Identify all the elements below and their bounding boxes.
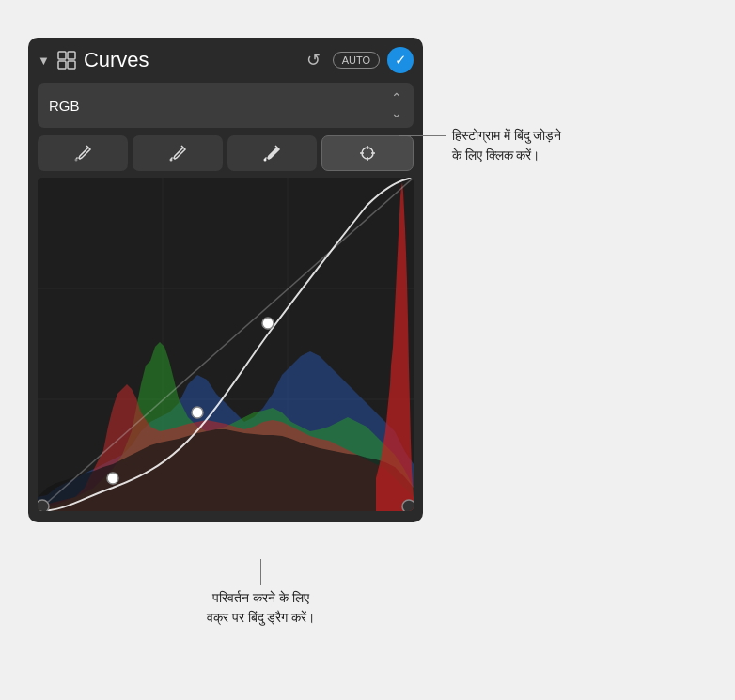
auto-button[interactable]: AUTO bbox=[333, 52, 380, 69]
top-annotation: हिस्टोग्राम में बिंदु जोड़नेके लिए क्लिक… bbox=[399, 127, 561, 166]
crosshair-icon bbox=[357, 143, 378, 163]
panel-header: ▼ Curves ↺ AUTO ✓ bbox=[38, 47, 414, 73]
light-eyedropper-button[interactable] bbox=[227, 135, 318, 171]
light-eyedropper-icon bbox=[261, 143, 282, 163]
dropdown-arrows-icon: ⌃⌄ bbox=[391, 90, 402, 120]
undo-button[interactable]: ↺ bbox=[302, 48, 325, 72]
svg-rect-0 bbox=[58, 52, 66, 59]
bottom-annotation: परिवर्तन करने के लिएवक्र पर बिंदु ड्रैग … bbox=[207, 559, 315, 629]
dark-eyedropper-icon bbox=[72, 143, 93, 163]
svg-point-18 bbox=[262, 318, 274, 329]
curves-grid-icon bbox=[57, 51, 76, 70]
mid-eyedropper-button[interactable] bbox=[133, 135, 223, 171]
curves-area[interactable] bbox=[38, 178, 414, 511]
svg-point-4 bbox=[74, 159, 77, 162]
svg-rect-1 bbox=[68, 52, 75, 59]
svg-point-17 bbox=[107, 473, 118, 484]
top-annotation-text: हिस्टोग्राम में बिंदु जोड़नेके लिए क्लिक… bbox=[452, 127, 561, 166]
bottom-annotation-text: परिवर्तन करने के लिएवक्र पर बिंदु ड्रैग … bbox=[207, 589, 315, 629]
svg-rect-3 bbox=[68, 61, 75, 69]
tool-row bbox=[38, 135, 414, 171]
svg-point-6 bbox=[264, 159, 267, 162]
svg-point-5 bbox=[169, 159, 172, 162]
mid-eyedropper-icon bbox=[167, 143, 188, 163]
svg-point-21 bbox=[402, 500, 414, 511]
svg-point-19 bbox=[192, 407, 203, 418]
channel-dropdown[interactable]: RGB ⌃⌄ bbox=[38, 83, 414, 128]
collapse-chevron[interactable]: ▼ bbox=[38, 54, 50, 68]
histogram-curves-svg bbox=[38, 178, 414, 511]
channel-label: RGB bbox=[49, 98, 80, 114]
confirm-button[interactable]: ✓ bbox=[387, 47, 414, 73]
svg-rect-2 bbox=[58, 61, 66, 69]
panel-title: Curves bbox=[84, 48, 149, 72]
dark-eyedropper-button[interactable] bbox=[38, 135, 128, 171]
svg-point-20 bbox=[38, 500, 49, 511]
